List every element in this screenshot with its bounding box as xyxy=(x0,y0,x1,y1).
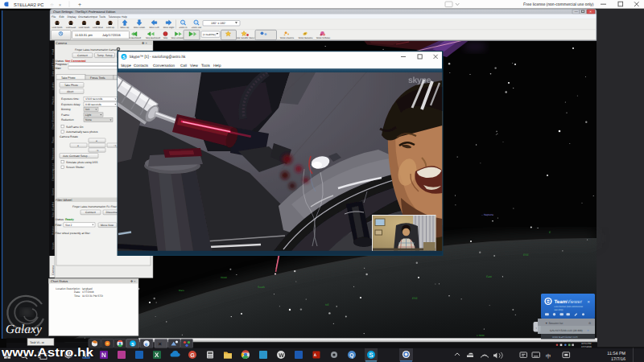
svg-text:Status:: Status: xyxy=(56,218,64,221)
svg-text:Camera: Camera xyxy=(56,41,68,45)
svg-text:ESE: ESE xyxy=(412,297,419,300)
svg-text:▼ Session list: ▼ Session list xyxy=(545,322,563,325)
svg-text:Exposure delay:: Exposure delay: xyxy=(61,103,80,106)
svg-text:www.teamviewer.com: www.teamviewer.com xyxy=(552,335,578,339)
svg-text:Not Connected: Not Connected xyxy=(65,60,86,63)
svg-text:+1: +1 xyxy=(96,149,99,152)
svg-text:+: + xyxy=(78,2,81,8)
svg-text:Connect: Connect xyxy=(85,211,96,214)
svg-text:ESE: ESE xyxy=(523,253,530,257)
svg-text:Misc (Guide): Misc (Guide) xyxy=(52,202,55,217)
svg-text:Free license (non-commercial u: Free license (non-commercial use only) xyxy=(523,2,594,7)
svg-text:South: South xyxy=(258,286,265,289)
svg-text:Look North: Look North xyxy=(52,27,63,29)
svg-text:S: S xyxy=(131,342,134,348)
svg-text:Date:: Date: xyxy=(74,290,80,294)
svg-text:Input: Input xyxy=(92,15,98,19)
svg-text:17/7/16: 17/7/16 xyxy=(611,357,625,362)
svg-text:⚙: ⚙ xyxy=(588,322,591,325)
svg-text:Binning:: Binning: xyxy=(61,108,71,111)
svg-text:None: None xyxy=(85,118,92,121)
svg-text:GALAXY-5230-LUX (29 408): GALAXY-5230-LUX (29 408) xyxy=(550,329,583,332)
svg-text:Contacts: Contacts xyxy=(134,64,149,68)
svg-text:Simulate photo using DSS: Simulate photo using DSS xyxy=(66,161,98,164)
svg-text:Automatically save photos: Automatically save photos xyxy=(66,130,98,134)
svg-text:Photos: Photos xyxy=(52,96,55,105)
svg-text:Observing List: Observing List xyxy=(52,163,55,181)
svg-text:Move Left: Move Left xyxy=(150,27,159,29)
svg-text:Show Nebulae: Show Nebulae xyxy=(316,37,331,39)
svg-text:Ready: Ready xyxy=(65,218,74,221)
svg-text:✥ ×: ✥ × xyxy=(142,41,147,45)
svg-text:11:53:31 pm: 11:53:31 pm xyxy=(75,33,93,37)
svg-text:☆: ☆ xyxy=(50,2,54,8)
svg-text:Move Down: Move Down xyxy=(134,27,146,29)
svg-text:Move Up: Move Up xyxy=(121,27,130,29)
svg-text:Step Backward: Step Backward xyxy=(146,37,161,39)
svg-text:Max:: Max: xyxy=(56,67,62,70)
svg-text:Labels: Labels xyxy=(52,82,55,90)
svg-text:Time:: Time: xyxy=(74,294,80,298)
svg-text:Call: Call xyxy=(180,64,187,68)
svg-text:Skype™ [1] - saviofong@astro.h: Skype™ [1] - saviofong@astro.hk xyxy=(130,55,187,59)
svg-text:Q: Q xyxy=(349,353,354,359)
svg-text:use only): use only) xyxy=(555,309,564,311)
svg-text:Connect: Connect xyxy=(77,54,88,57)
svg-text:Telescope: Telescope xyxy=(52,148,55,160)
svg-text:Show Variable Stars: Show Variable Stars xyxy=(234,37,254,39)
svg-text:S: S xyxy=(369,352,374,359)
svg-text:Galaxy: Galaxy xyxy=(6,323,42,336)
svg-text:Look South: Look South xyxy=(79,27,90,29)
svg-text:Move Right: Move Right xyxy=(163,27,175,29)
svg-text:Mars: Mars xyxy=(179,289,184,292)
svg-text:Chart Status: Chart Status xyxy=(51,280,68,283)
svg-text:1x1: 1x1 xyxy=(85,108,89,111)
svg-text:Go Backward: Go Backward xyxy=(128,37,142,39)
svg-text:TeamViewer: TeamViewer xyxy=(555,299,583,305)
svg-text:e: e xyxy=(145,342,148,348)
svg-text:Location Description:: Location Description: xyxy=(56,287,80,290)
svg-text:Look East: Look East xyxy=(66,27,76,29)
svg-text:×: × xyxy=(589,10,592,14)
svg-text:Stop: Stop xyxy=(163,37,168,39)
svg-text:Finger Lakes Instrumentation C: Finger Lakes Instrumentation Camera xyxy=(75,48,118,51)
svg-text:Show Galaxies: Show Galaxies xyxy=(299,37,314,39)
svg-text:1/110 seconds: 1/110 seconds xyxy=(85,97,103,101)
svg-text:Reduction:: Reduction: xyxy=(61,118,74,121)
svg-text:NE: NE xyxy=(325,303,329,306)
svg-text:Slot 2: Slot 2 xyxy=(65,224,72,227)
svg-text:Conversation: Conversation xyxy=(153,64,175,68)
svg-text:中: 中 xyxy=(546,353,551,360)
svg-text:July/17/2016: July/17/2016 xyxy=(102,33,121,37)
svg-text:Auto Contrast Setup...: Auto Contrast Setup... xyxy=(63,154,89,158)
svg-text:Camera Rotate: Camera Rotate xyxy=(60,135,78,138)
svg-text:Tours: Tours xyxy=(52,136,55,143)
svg-text:File: File xyxy=(52,15,56,19)
svg-text:Find: Find xyxy=(52,49,55,55)
svg-text:Step Forward: Step Forward xyxy=(171,37,184,39)
svg-text:17/7/2016: 17/7/2016 xyxy=(82,290,94,294)
svg-text:N: N xyxy=(101,352,106,359)
svg-text:(x realtime): (x realtime) xyxy=(203,33,216,36)
svg-text:Take Photo: Take Photo xyxy=(61,76,76,80)
svg-text:Tools: Tools xyxy=(99,15,105,19)
svg-text:Focus Tools: Focus Tools xyxy=(90,76,105,80)
svg-text:+1: +1 xyxy=(114,144,117,147)
svg-text:www.Astro.hk: www.Astro.hk xyxy=(1,346,94,360)
svg-text:—: — xyxy=(575,10,579,14)
svg-text:View: View xyxy=(190,64,199,68)
svg-text:A: A xyxy=(314,353,317,358)
svg-text:Display: Display xyxy=(68,15,76,19)
svg-text:W: W xyxy=(279,353,284,359)
svg-text:Move Now: Move Now xyxy=(101,224,114,227)
svg-text:➣: ➣ xyxy=(587,329,589,332)
svg-text:G: G xyxy=(190,353,195,359)
svg-text:Status:: Status: xyxy=(56,60,64,63)
svg-text:Task Vi...w: Task Vi...w xyxy=(30,341,44,344)
svg-text:×: × xyxy=(59,3,61,8)
svg-text:Chart Elements: Chart Elements xyxy=(52,110,55,130)
svg-text:×: × xyxy=(159,340,163,348)
svg-text:17/7/2016: 17/7/2016 xyxy=(581,345,592,348)
svg-text:Moon: Moon xyxy=(52,242,55,249)
svg-text:Tools: Tools xyxy=(201,64,210,68)
